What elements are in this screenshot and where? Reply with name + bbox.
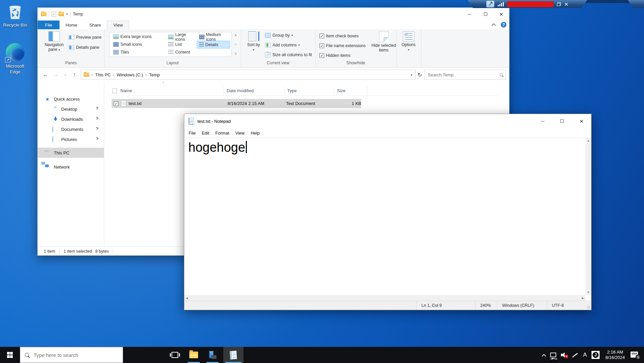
close-button[interactable]: ✕: [572, 114, 591, 128]
menu-view[interactable]: View: [232, 131, 248, 136]
hide-selected-items-button[interactable]: Hide selected items: [369, 29, 399, 52]
notepad-taskbar-button[interactable]: [223, 347, 243, 363]
clock[interactable]: 2:16 AM 8/16/2024: [602, 347, 628, 363]
sidebar-item-downloads[interactable]: Downloads: [38, 114, 104, 124]
desktop-icon-recycle-bin[interactable]: Recycle Bin: [1, 3, 30, 28]
taskbar-search-input[interactable]: [33, 352, 123, 358]
tab-share[interactable]: Share: [83, 21, 107, 29]
sidebar-item-documents[interactable]: Documents: [38, 124, 104, 134]
scroll-left-icon[interactable]: ◀: [186, 296, 188, 300]
close-button[interactable]: ✕: [564, 2, 569, 7]
qat-customize-caret-icon[interactable]: ▾: [66, 12, 68, 16]
tab-view[interactable]: View: [107, 21, 129, 29]
refresh-button[interactable]: ↻: [418, 72, 422, 78]
column-header-type[interactable]: Type: [285, 86, 334, 96]
preview-pane-button[interactable]: Preview pane: [69, 33, 106, 41]
menu-format[interactable]: Format: [212, 131, 232, 136]
recent-locations-icon[interactable]: ▾: [63, 73, 68, 77]
ime-indicator-button[interactable]: J: [589, 347, 602, 363]
back-button[interactable]: ←: [41, 71, 50, 78]
sidebar-item-quick-access[interactable]: ★ Quick access: [38, 94, 104, 104]
maximize-button[interactable]: [478, 8, 493, 21]
sidebar-item-this-pc[interactable]: This PC: [38, 148, 104, 158]
forward-button[interactable]: →: [52, 71, 61, 78]
details-pane-button[interactable]: Details pane: [69, 43, 106, 51]
notification-badge: 1: [636, 355, 641, 360]
sidebar-item-pictures[interactable]: Pictures: [38, 134, 104, 144]
layout-tiles[interactable]: Tiles: [111, 48, 166, 56]
column-header-size[interactable]: Size: [334, 86, 367, 96]
notepad-title-bar[interactable]: test.txt - Notepad ✕: [184, 114, 591, 128]
sidebar-item-desktop[interactable]: Desktop: [38, 104, 104, 114]
vertical-scrollbar[interactable]: ▲ ▼: [585, 138, 591, 295]
connection-quality-icon[interactable]: [498, 2, 504, 6]
action-center-button[interactable]: 1: [628, 347, 644, 363]
scroll-up-icon[interactable]: ▲: [587, 139, 590, 142]
layout-details-selected[interactable]: Details: [197, 41, 230, 48]
windows-ink-button[interactable]: [570, 347, 581, 363]
file-explorer-taskbar-button[interactable]: [186, 347, 202, 363]
text-editor-area[interactable]: hogehoge: [184, 138, 585, 295]
hidden-items-checkbox[interactable]: ✓ Hidden items: [319, 51, 366, 60]
volume-tray-button[interactable]: ✕: [559, 347, 570, 363]
scroll-down-icon[interactable]: ▼: [587, 291, 590, 294]
layout-large-icons[interactable]: Large icons: [166, 33, 196, 41]
layout-medium-icons[interactable]: Medium icons: [197, 33, 230, 41]
menu-help[interactable]: Help: [248, 131, 263, 136]
help-icon[interactable]: ?: [501, 22, 506, 28]
desktop-icon-microsoft-edge[interactable]: ↗ Microsoft Edge: [1, 43, 30, 75]
options-button[interactable]: Options▾: [399, 29, 418, 52]
breadcrumb-temp[interactable]: Temp: [149, 72, 160, 77]
address-dropdown-icon[interactable]: ▾: [411, 73, 413, 77]
select-all-checkbox[interactable]: [112, 88, 117, 93]
sort-by-button[interactable]: Sort by▾: [244, 29, 263, 52]
qat-new-folder-icon[interactable]: [59, 12, 64, 16]
close-button[interactable]: ✕: [493, 8, 509, 21]
pin-button[interactable]: [486, 1, 494, 7]
app-window-taskbar-button[interactable]: [204, 347, 221, 363]
navigation-pane-button[interactable]: Navigation pane ▾: [40, 29, 69, 60]
explorer-app-icon[interactable]: [41, 12, 46, 16]
minimize-button[interactable]: [533, 114, 552, 128]
horizontal-scrollbar[interactable]: ◀ ▶: [184, 295, 585, 301]
item-check-boxes-checkbox[interactable]: ✓ Item check boxes: [319, 32, 366, 40]
gallery-scroll-arrows[interactable]: ▲▼⊽: [233, 32, 238, 57]
task-view-button[interactable]: [167, 347, 183, 363]
menu-edit[interactable]: Edit: [199, 131, 212, 136]
group-by-button[interactable]: Group by▾: [265, 31, 312, 39]
qat-properties-icon[interactable]: ✓: [51, 12, 56, 16]
search-box[interactable]: [424, 70, 506, 80]
layout-extra-large-icons[interactable]: Extra large icons: [111, 33, 166, 41]
restore-down-button[interactable]: [557, 2, 561, 6]
breadcrumb-this-pc[interactable]: This PC: [95, 72, 111, 77]
minimize-ribbon-icon[interactable]: [492, 23, 496, 28]
ime-mode-button[interactable]: A: [581, 347, 589, 363]
breadcrumb-windows-c[interactable]: Windows (C:): [117, 72, 143, 77]
show-hidden-icons-button[interactable]: [540, 347, 548, 363]
maximize-button[interactable]: [552, 114, 572, 128]
sidebar-item-network[interactable]: Network: [38, 162, 104, 172]
column-header-date-modified[interactable]: Date modified: [224, 86, 285, 96]
layout-small-icons[interactable]: Small icons: [111, 41, 166, 48]
network-tray-button[interactable]: [548, 347, 559, 363]
tab-home[interactable]: Home: [60, 21, 83, 29]
up-button[interactable]: ↑: [70, 71, 79, 78]
file-row-test-txt[interactable]: ✓ test.txt 8/16/2024 2:15 AM Text Docume…: [112, 99, 361, 108]
tab-file[interactable]: File: [38, 21, 60, 29]
start-button[interactable]: [0, 347, 20, 363]
add-columns-button[interactable]: Add columns▾: [265, 41, 312, 49]
address-bar[interactable]: › This PC › Windows (C:) › Temp ▾: [81, 70, 416, 80]
size-all-columns-button[interactable]: Size all columns to fit: [265, 51, 312, 59]
resize-grip[interactable]: [585, 301, 591, 310]
layout-content[interactable]: Content: [166, 48, 196, 56]
menu-file[interactable]: File: [186, 131, 199, 136]
search-input[interactable]: [427, 72, 500, 78]
column-header-name[interactable]: Name: [110, 86, 224, 96]
scroll-right-icon[interactable]: ▶: [582, 296, 584, 300]
minimize-button[interactable]: [462, 8, 478, 21]
row-checkbox-checked[interactable]: ✓: [114, 101, 118, 106]
file-name-extensions-checkbox[interactable]: ✓ File name extensions: [319, 42, 366, 50]
explorer-title-bar[interactable]: ✓ ▾ Temp ✕: [38, 8, 509, 21]
taskbar-search-box[interactable]: [20, 347, 123, 363]
layout-list[interactable]: List: [166, 41, 196, 48]
